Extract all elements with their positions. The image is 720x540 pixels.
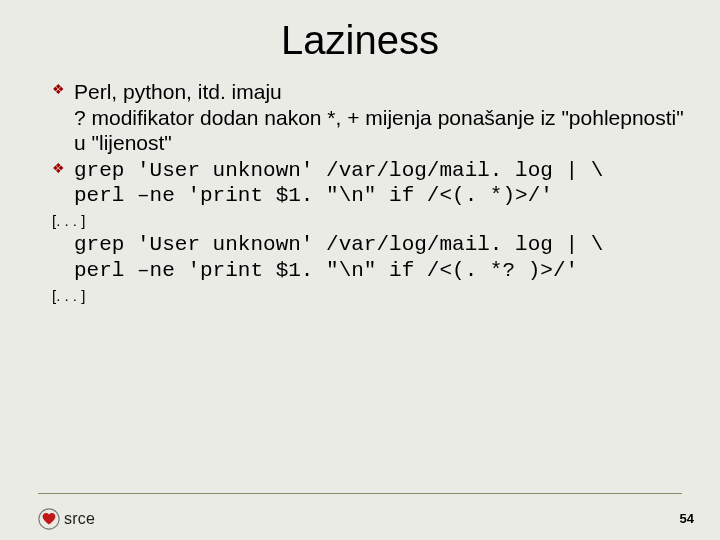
code-block: grep 'User unknown' /var/log/mail. log |… (52, 232, 684, 283)
bullet-item: grep 'User unknown' /var/log/mail. log |… (52, 158, 684, 209)
ellipsis-text: [. . . ] (52, 287, 684, 305)
horizontal-rule (38, 493, 682, 494)
slide-title: Laziness (0, 0, 720, 71)
page-number: 54 (680, 511, 694, 526)
srce-logo-icon (38, 508, 60, 530)
brand-text: srce (64, 510, 95, 528)
bullet-item: Perl, python, itd. imaju ? modifikator d… (52, 79, 684, 156)
slide: Laziness Perl, python, itd. imaju ? modi… (0, 0, 720, 540)
ellipsis-text: [. . . ] (52, 212, 684, 230)
slide-content: Perl, python, itd. imaju ? modifikator d… (0, 71, 720, 305)
bullet-text: Perl, python, itd. imaju ? modifikator d… (74, 80, 684, 154)
footer: srce (38, 508, 95, 530)
code-block: grep 'User unknown' /var/log/mail. log |… (74, 158, 684, 209)
